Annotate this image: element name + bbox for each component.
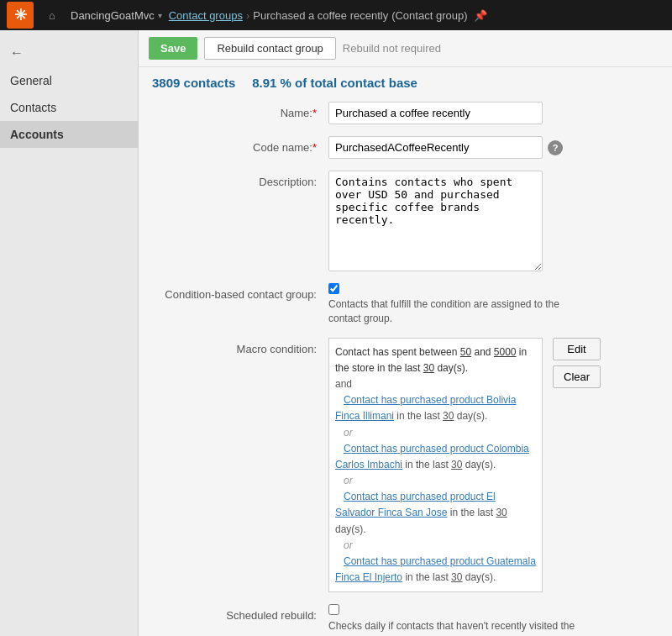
scheduled-row: Scheduled rebuild: Checks daily if conta…	[152, 604, 659, 636]
sidebar-item-accounts[interactable]: Accounts	[0, 121, 138, 148]
description-textarea[interactable]: Contains contacts who spent over USD 50 …	[328, 171, 543, 271]
contacts-percent: 8.91 % of total contact base	[252, 76, 417, 90]
macro-clear-button[interactable]: Clear	[553, 365, 601, 388]
scheduled-hint: Checks daily if contacts that haven't re…	[328, 618, 580, 636]
name-label: Name:*	[152, 102, 328, 119]
condition-checkbox-row: Contacts that fulfill the condition are …	[328, 283, 564, 326]
macro-label: Macro condition:	[152, 338, 328, 355]
codename-help-icon[interactable]: ?	[548, 140, 563, 155]
codename-row: Code name:* ?	[152, 136, 659, 159]
logo[interactable]: ✳	[7, 2, 34, 29]
main-layout: ← General Contacts Accounts Save Rebuild…	[0, 30, 672, 636]
rebuild-button[interactable]: Rebuild contact group	[204, 37, 335, 60]
macro-buttons: Edit Clear	[553, 338, 601, 388]
condition-row: Condition-based contact group: Contacts …	[152, 283, 659, 326]
macro-row: Macro condition: Contact has spent betwe…	[152, 338, 659, 593]
scheduled-checkbox[interactable]	[328, 604, 339, 615]
macro-box: Contact has spent between 50 and 5000 in…	[328, 338, 543, 593]
condition-checkbox[interactable]	[328, 283, 339, 294]
breadcrumb-current: Purchased a coffee recently	[253, 9, 388, 22]
sidebar-item-contacts[interactable]: Contacts	[0, 94, 138, 121]
app-dropdown-icon: ▾	[158, 11, 162, 20]
name-control	[328, 102, 659, 124]
name-input[interactable]	[328, 102, 543, 124]
breadcrumb: Contact groups › Purchased a coffee rece…	[169, 9, 488, 22]
save-button[interactable]: Save	[149, 37, 197, 60]
scheduled-label: Scheduled rebuild:	[152, 604, 328, 622]
toolbar: Save Rebuild contact group Rebuild not r…	[139, 30, 672, 67]
breadcrumb-section[interactable]: Contact groups	[169, 9, 243, 22]
app-name[interactable]: DancingGoatMvc ▾	[71, 9, 162, 22]
codename-label: Code name:*	[152, 136, 328, 154]
contacts-count: 3809 contacts	[152, 76, 235, 90]
codename-input[interactable]	[328, 136, 543, 159]
stats-row: 3809 contacts 8.91 % of total contact ba…	[139, 67, 672, 98]
scheduled-control: Checks daily if contacts that haven't re…	[328, 604, 659, 636]
sidebar-item-general[interactable]: General	[0, 67, 138, 94]
sidebar: ← General Contacts Accounts	[0, 30, 139, 636]
description-row: Description: Contains contacts who spent…	[152, 171, 659, 271]
home-button[interactable]: ⌂	[40, 3, 64, 27]
top-nav: ✳ ⌂ DancingGoatMvc ▾ Contact groups › Pu…	[0, 0, 672, 30]
condition-hint: Contacts that fulfill the condition are …	[328, 297, 564, 326]
rebuild-status: Rebuild not required	[343, 42, 441, 55]
macro-control: Contact has spent between 50 and 5000 in…	[328, 338, 659, 593]
content-area: Save Rebuild contact group Rebuild not r…	[139, 30, 672, 636]
form-area: Name:* Code name:* ?	[139, 98, 672, 636]
back-button[interactable]: ←	[0, 39, 138, 67]
macro-edit-button[interactable]: Edit	[553, 338, 601, 360]
codename-control: ?	[328, 136, 659, 159]
condition-control: Contacts that fulfill the condition are …	[328, 283, 659, 326]
name-row: Name:*	[152, 102, 659, 124]
pin-icon[interactable]: 📌	[474, 9, 487, 22]
scheduled-checkbox-row: Checks daily if contacts that haven't re…	[328, 604, 580, 636]
breadcrumb-type: (Contact group)	[391, 9, 467, 22]
condition-label: Condition-based contact group:	[152, 283, 328, 301]
description-label: Description:	[152, 171, 328, 188]
description-control: Contains contacts who spent over USD 50 …	[328, 171, 659, 271]
